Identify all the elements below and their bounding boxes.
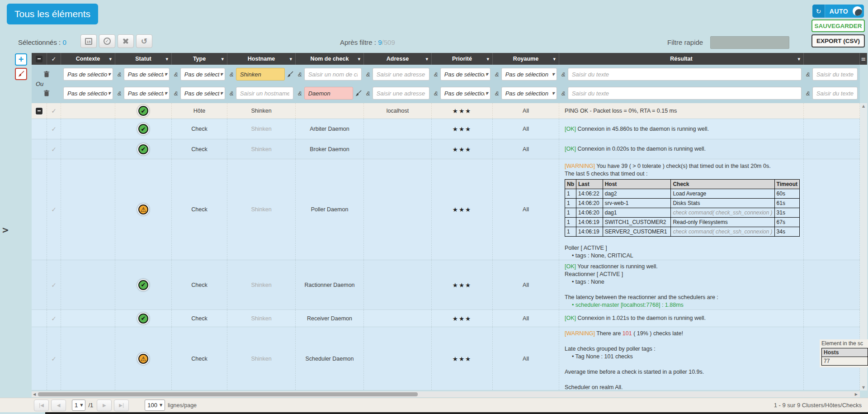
table-row-broker-daemon[interactable]: ✓ ✔ Check Shinken Broker Daemon ★★★ All … xyxy=(32,139,860,159)
nom-cell: Scheduler Daemon xyxy=(296,327,364,390)
and-operator: & xyxy=(806,90,810,97)
row-check-cell[interactable]: ✓ xyxy=(47,327,61,390)
result-text: Poller [ ACTIVE ] xyxy=(565,244,800,252)
mini-cell: Disks Stats xyxy=(671,199,774,208)
filter-resultat-input[interactable] xyxy=(568,68,802,81)
filter-royaume-select[interactable]: Pas de sélection▼ xyxy=(501,68,557,81)
filter-nom-input[interactable] xyxy=(304,87,353,100)
table-menu-icon[interactable]: ≡ xyxy=(860,53,867,65)
first-page-button[interactable]: |◀ xyxy=(34,400,49,411)
filter-nom-input[interactable] xyxy=(304,68,362,81)
column-header-resultat[interactable]: Résultat▾ xyxy=(559,53,804,65)
selected-label-text: Sélectionnés : xyxy=(18,38,61,46)
scroll-right-icon[interactable]: ▶ xyxy=(854,392,859,396)
next-page-button[interactable]: ▶ xyxy=(97,400,112,411)
filter-type-select[interactable]: Pas de sélection▼ xyxy=(180,68,225,81)
filter-statut-select[interactable]: Pas de sélection▼ xyxy=(124,68,170,81)
table-row-receiver-daemon[interactable]: ✓ ✔ Check Shinken Receiver Daemon ★★★ Al… xyxy=(32,310,860,327)
row-check-cell[interactable]: ✓ xyxy=(47,310,61,327)
horizontal-scrollbar[interactable]: ◀ ▶ xyxy=(32,391,860,397)
clear-filters-button[interactable] xyxy=(15,68,27,80)
after-filter-count: 9 xyxy=(378,38,382,46)
schedule-button[interactable]: 15 xyxy=(80,34,97,48)
column-header-priorite[interactable]: Priorité▾ xyxy=(432,53,493,65)
filter-priorite-select[interactable]: Pas de sélection▼ xyxy=(440,68,491,81)
row-check-cell[interactable]: ✓ xyxy=(47,103,61,119)
scheduler-master-link[interactable]: • scheduler-master [localhost:7768] : 1.… xyxy=(565,301,800,309)
filter-hostname-input[interactable] xyxy=(236,87,293,100)
page-title[interactable]: Tous les éléments xyxy=(7,4,98,24)
column-header-type[interactable]: Type▾ xyxy=(172,53,227,65)
filter-adresse-input[interactable] xyxy=(373,87,429,100)
chevron-down-icon: ▾ xyxy=(553,56,556,62)
filter-royaume-select[interactable]: Pas de sélection▼ xyxy=(501,87,557,100)
save-button[interactable]: SAUVEGARDER xyxy=(811,19,865,32)
select-all-header[interactable] xyxy=(32,53,47,65)
prev-page-button[interactable]: ◀ xyxy=(51,400,66,411)
table-row-host-shinken[interactable]: ✓ ✔ Hôte Shinken localhost ★★★ All PING … xyxy=(32,103,860,119)
scroll-left-icon[interactable]: ◀ xyxy=(32,392,37,396)
mini-cell: 60s xyxy=(774,189,799,199)
hostname-cell: Shinken xyxy=(227,139,296,159)
clear-field-broom-icon[interactable] xyxy=(287,71,293,78)
check-all-header[interactable]: ✓ xyxy=(47,53,61,65)
export-csv-button[interactable]: EXPORT (CSV) xyxy=(811,34,865,48)
table-row-poller-daemon[interactable]: ✓ ⚠ Check Shinken Poller Daemon ★★★ All … xyxy=(32,159,860,260)
statut-cell: ✔ xyxy=(115,103,172,119)
filter-contexte-select[interactable]: Pas de sélection▼ xyxy=(63,87,113,100)
collapse-cell xyxy=(32,327,47,390)
filter-hostname-input[interactable] xyxy=(236,68,285,81)
column-header-adresse[interactable]: Adresse▾ xyxy=(364,53,432,65)
filter-contexte-select[interactable]: Pas de sélection▼ xyxy=(63,68,113,81)
row-check-cell[interactable]: ✓ xyxy=(47,139,61,159)
acknowledge-button[interactable]: ✓ xyxy=(99,34,115,48)
nom-cell: Receiver Daemon xyxy=(296,310,364,327)
mini-cell: 1 xyxy=(565,227,576,237)
table-row-scheduler-daemon[interactable]: ✓ ⚠ Check Shinken Scheduler Daemon ★★★ A… xyxy=(32,327,860,390)
row-check-cell[interactable]: ✓ xyxy=(47,260,61,309)
type-cell: Check xyxy=(172,260,227,309)
filter-extra-input[interactable] xyxy=(812,87,858,100)
clear-field-broom-icon[interactable] xyxy=(355,90,362,97)
row-check-cell[interactable]: ✓ xyxy=(47,119,61,139)
per-page-label: lignes/page xyxy=(168,402,197,409)
column-header-extra[interactable] xyxy=(804,53,860,65)
column-header-statut[interactable]: Statut▾ xyxy=(115,53,172,65)
page-select[interactable]: 1▼ xyxy=(72,400,85,411)
last-page-button[interactable]: ▶| xyxy=(114,400,129,411)
table-row: 114:06:19SWITCH1_CUSTOMER2Read-only File… xyxy=(565,218,800,227)
resultat-cell: [WARNING] You have 39 ( > 0 tolerate ) c… xyxy=(559,159,804,260)
horizontal-scrollbar-thumb[interactable] xyxy=(38,392,418,396)
filter-extra-input[interactable] xyxy=(812,68,858,81)
table-row-ractionner-daemon[interactable]: ✓ ✔ Check Shinken Ractionner Daemon ★★★ … xyxy=(32,260,860,310)
scroll-up-icon[interactable]: ▲ xyxy=(860,104,867,108)
filter-type-select[interactable]: Pas de sélection▼ xyxy=(180,87,225,100)
collapse-cell[interactable] xyxy=(32,103,47,119)
auto-refresh-toggle[interactable]: ↻ AUTO xyxy=(812,5,864,18)
priorite-cell: ★★★ xyxy=(432,327,493,390)
filter-statut-select[interactable]: Pas de sélection▼ xyxy=(124,87,170,100)
sidebar-expander[interactable]: > xyxy=(2,225,9,235)
filter-adresse-input[interactable] xyxy=(373,68,429,81)
add-filter-button[interactable]: + xyxy=(15,53,27,66)
reset-button[interactable]: ↺ xyxy=(136,34,152,48)
mini-cell: check command( check_ssh_connexion ) xyxy=(671,227,774,237)
column-label: Hostname xyxy=(248,56,275,62)
table-row-arbiter-daemon[interactable]: ✓ ✔ Check Shinken Arbiter Daemon ★★★ All… xyxy=(32,119,860,139)
column-header-hostname[interactable]: Hostname▾ xyxy=(227,53,296,65)
row-check-cell[interactable]: ✓ xyxy=(47,159,61,260)
page-number: 1 xyxy=(75,402,78,409)
quick-filter-input[interactable] xyxy=(710,36,789,49)
delete-filter-row-icon[interactable] xyxy=(44,71,49,77)
type-cell: Check xyxy=(172,139,227,159)
tools-button[interactable] xyxy=(118,34,134,48)
scroll-down-icon[interactable]: ▼ xyxy=(860,385,867,390)
filter-priorite-select[interactable]: Pas de sélection▼ xyxy=(440,87,491,100)
per-page-select[interactable]: 100▼ xyxy=(145,400,165,411)
result-text: You have 39 ( > 0 tolerate ) check(s) th… xyxy=(595,163,771,169)
filter-resultat-input[interactable] xyxy=(568,87,802,100)
column-header-contexte[interactable]: Contexte▾ xyxy=(61,53,115,65)
column-header-nom-de-check[interactable]: Nom de check▾ xyxy=(296,53,364,65)
delete-filter-row-icon[interactable] xyxy=(44,90,49,96)
column-header-royaume[interactable]: Royaume▾ xyxy=(493,53,559,65)
